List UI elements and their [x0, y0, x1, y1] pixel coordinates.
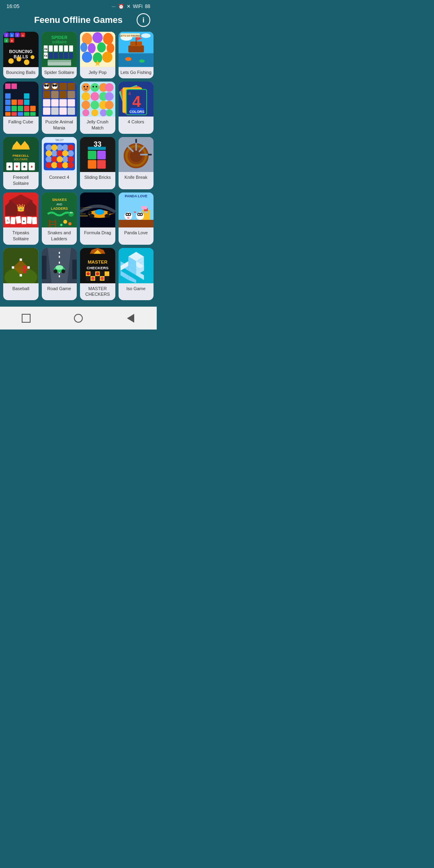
game-card-jelly-crush-match[interactable]: Jelly Crush Match — [80, 82, 115, 134]
svg-point-106 — [55, 84, 57, 87]
svg-point-43 — [88, 43, 95, 53]
svg-point-124 — [82, 109, 90, 117]
svg-rect-176 — [88, 160, 96, 168]
svg-point-155 — [62, 144, 68, 151]
game-card-formula-drag[interactable]: Formula Drag — [80, 192, 115, 245]
svg-rect-30 — [64, 45, 68, 52]
svg-point-160 — [62, 150, 68, 157]
info-button[interactable]: i — [137, 13, 150, 27]
game-card-snakes-and-ladders[interactable]: SNAKES AND LADDERS Snakes and Lad — [42, 192, 77, 245]
svg-point-165 — [62, 156, 68, 163]
svg-rect-98 — [51, 107, 58, 115]
game-thumb-tripeaks-solitaire: A ♣ 👑 — [3, 192, 39, 228]
game-card-bouncing-balls[interactable]: 7 5 7 4 3 8 BOUNCING BALLS Bo — [3, 32, 39, 78]
game-card-baseball[interactable]: Baseball — [3, 248, 39, 300]
svg-rect-78 — [24, 106, 30, 111]
svg-rect-99 — [59, 107, 66, 115]
svg-rect-95 — [59, 99, 66, 106]
svg-text:♥: ♥ — [16, 164, 18, 169]
game-card-spider-solitaire[interactable]: SPIDER solitaire A♠ K♠ — [42, 32, 77, 78]
games-grid: 7 5 7 4 3 8 BOUNCING BALLS Bo — [0, 32, 157, 307]
game-thumb-sliding-bricks: 33 — [80, 137, 115, 172]
svg-rect-235 — [146, 211, 147, 213]
svg-point-103 — [46, 84, 49, 87]
game-thumb-jelly-pop — [80, 32, 115, 67]
svg-text:4: 4 — [132, 93, 141, 110]
svg-rect-189 — [147, 154, 151, 156]
svg-rect-234 — [143, 211, 144, 213]
game-label-road-game: Road Game — [42, 283, 77, 301]
game-card-iso-game[interactable]: Iso Game — [119, 248, 154, 300]
svg-rect-96 — [68, 99, 75, 106]
svg-point-120 — [82, 100, 90, 109]
game-card-falling-cube[interactable]: Falling Cube — [3, 82, 39, 134]
svg-rect-70 — [18, 100, 23, 105]
svg-rect-89 — [43, 91, 50, 98]
svg-rect-196 — [10, 217, 16, 224]
svg-rect-276 — [90, 271, 95, 276]
game-card-connect-4[interactable]: '00:27 — [42, 137, 77, 189]
game-card-panda-love[interactable]: PANDA LOVE — [119, 192, 154, 245]
svg-point-18 — [31, 55, 35, 59]
svg-point-209 — [71, 212, 72, 213]
svg-rect-175 — [97, 151, 106, 159]
svg-point-222 — [89, 214, 94, 218]
game-thumb-falling-cube — [3, 82, 39, 117]
game-card-road-game[interactable]: Road Game — [42, 248, 77, 300]
bottom-navigation — [0, 307, 157, 330]
svg-text:4: 4 — [128, 91, 131, 96]
svg-point-105 — [52, 84, 55, 87]
svg-point-127 — [106, 109, 113, 117]
game-thumb-road-game — [42, 248, 77, 283]
svg-text:♦: ♦ — [31, 164, 33, 169]
svg-rect-67 — [5, 100, 11, 105]
nav-square-button[interactable] — [20, 313, 32, 324]
svg-point-163 — [51, 156, 57, 163]
nav-back-button[interactable] — [125, 313, 136, 324]
game-card-4-colors[interactable]: 4 4 COLORS 4 Colors — [119, 82, 154, 134]
svg-point-288 — [101, 277, 104, 280]
svg-rect-25 — [49, 53, 53, 59]
svg-rect-33 — [69, 53, 73, 59]
svg-point-159 — [56, 150, 63, 157]
svg-text:FREECELL: FREECELL — [12, 154, 29, 158]
alarm-icon: ⏰ — [118, 4, 124, 9]
game-card-puzzle-animal-mania[interactable]: 🐼 🐼 — [42, 82, 77, 134]
svg-rect-77 — [24, 100, 30, 105]
svg-point-241 — [129, 213, 130, 215]
svg-point-287 — [91, 277, 94, 280]
game-card-tripeaks-solitaire[interactable]: A ♣ 👑 Tripeaks Solitaire — [3, 192, 39, 245]
svg-rect-76 — [24, 93, 30, 99]
game-card-jelly-pop[interactable]: Jelly Pop — [80, 32, 115, 78]
svg-rect-187 — [140, 154, 147, 156]
svg-point-265 — [55, 265, 63, 270]
svg-rect-252 — [27, 266, 30, 269]
svg-rect-280 — [86, 276, 91, 281]
game-card-lets-go-fishing[interactable]: LET'S GO FISHING! Lets Go Fishing — [119, 32, 154, 78]
svg-point-285 — [87, 272, 90, 275]
svg-rect-26 — [54, 45, 58, 52]
svg-rect-73 — [18, 112, 23, 116]
svg-point-17 — [24, 59, 30, 65]
svg-point-125 — [91, 109, 98, 117]
svg-point-167 — [45, 162, 52, 168]
game-card-master-checkers[interactable]: MASTER CHECKERS MASTER — [80, 248, 115, 300]
game-thumb-4-colors: 4 4 COLORS — [119, 82, 154, 117]
game-label-tripeaks-solitaire: Tripeaks Solitaire — [3, 227, 39, 245]
game-card-sliding-bricks[interactable]: 33 Sliding Bricks — [80, 137, 115, 189]
nav-home-button[interactable] — [73, 313, 84, 324]
game-label-freecell-solitaire: Freecell Solitaire — [3, 172, 39, 189]
game-card-freecell-solitaire[interactable]: FREECELL SOLITAIRE ♠ ♥ ♠ ♦ Freecell Soli… — [3, 137, 39, 189]
svg-rect-178 — [88, 147, 106, 150]
menu-dots-icon: ··· — [112, 4, 116, 9]
svg-text:5: 5 — [11, 34, 12, 37]
svg-text:A♠: A♠ — [44, 47, 47, 50]
game-card-knife-break[interactable]: Knife Break — [119, 137, 154, 189]
svg-text:SPIDER: SPIDER — [51, 35, 67, 40]
svg-point-286 — [96, 272, 99, 275]
game-label-formula-drag: Formula Drag — [80, 227, 115, 245]
svg-rect-27 — [54, 53, 58, 59]
svg-point-152 — [45, 144, 52, 151]
svg-point-153 — [51, 144, 57, 151]
svg-text:SOLITAIRE: SOLITAIRE — [14, 158, 28, 161]
